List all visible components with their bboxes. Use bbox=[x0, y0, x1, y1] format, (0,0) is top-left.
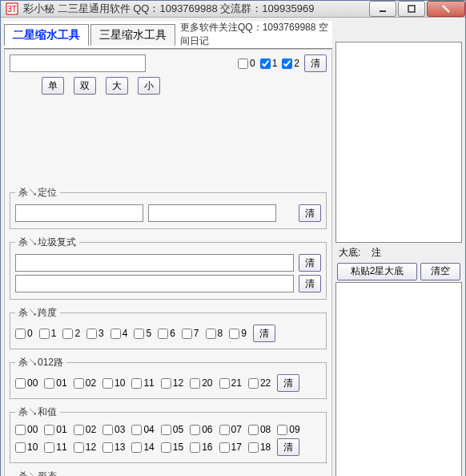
hezhi-cb-r2-2[interactable] bbox=[74, 442, 84, 453]
dingwei-input-1[interactable] bbox=[15, 204, 143, 222]
kuadu-cb-2[interactable] bbox=[62, 329, 73, 339]
window-title: 彩小秘 二三星通用软件 QQ：1093769988 交流群：109935969 bbox=[23, 2, 368, 16]
group-hezhi: 杀↘和值 00010203040506070809 10111213141516… bbox=[10, 405, 327, 463]
hezhi-cb-r2-5[interactable] bbox=[161, 442, 171, 453]
checkbox-1[interactable] bbox=[260, 58, 271, 69]
kuadu-cb-9-label: 9 bbox=[241, 328, 247, 339]
lu012-cb-0[interactable] bbox=[15, 378, 26, 389]
lu012-clear-button[interactable]: 清 bbox=[277, 374, 299, 392]
dingwei-input-2[interactable] bbox=[148, 204, 276, 222]
lu012-cb-5[interactable] bbox=[161, 378, 171, 389]
kuadu-cb-1[interactable] bbox=[39, 329, 50, 339]
hezhi-cb-r1-2-label: 02 bbox=[86, 424, 96, 435]
group-012lu: 杀↘012路 000102101112202122清 bbox=[10, 356, 327, 399]
hezhi-cb-r1-2[interactable] bbox=[74, 425, 84, 435]
close-button[interactable] bbox=[427, 1, 465, 17]
tab-3star[interactable]: 三星缩水工具 bbox=[90, 24, 175, 46]
clear-dadi-button[interactable]: 清空 bbox=[420, 263, 460, 280]
minimize-button[interactable] bbox=[369, 1, 396, 17]
hezhi-cb-r1-6[interactable] bbox=[190, 425, 200, 435]
kuadu-cb-6[interactable] bbox=[158, 329, 168, 339]
hezhi-cb-r1-5[interactable] bbox=[161, 425, 171, 435]
lu012-cb-8[interactable] bbox=[248, 378, 259, 389]
lu012-cb-2[interactable] bbox=[74, 378, 84, 389]
top-row1: 0 1 2 清 bbox=[10, 54, 327, 72]
hezhi-cb-r2-1[interactable] bbox=[44, 442, 54, 453]
tab-2star[interactable]: 二星缩水工具 bbox=[4, 24, 89, 46]
hezhi-cb-r1-1[interactable] bbox=[44, 425, 54, 435]
lu012-cb-6[interactable] bbox=[190, 378, 200, 389]
window-controls bbox=[368, 1, 465, 17]
lu012-cb-7[interactable] bbox=[219, 378, 230, 389]
hezhi-cb-r1-3[interactable] bbox=[102, 425, 113, 435]
lajifushi-clear2-button[interactable]: 清 bbox=[299, 275, 321, 292]
kuadu-cb-4-label: 4 bbox=[123, 328, 128, 339]
kuadu-cb-8[interactable] bbox=[206, 329, 216, 339]
group-dingwei: 杀↘定位 清 bbox=[10, 186, 327, 229]
main-panel: 0 1 2 清 单 双 大 小 杀↘定位 bbox=[4, 49, 332, 476]
kuadu-cb-0[interactable] bbox=[15, 329, 26, 339]
kuadu-cb-9[interactable] bbox=[229, 329, 239, 339]
lajifushi-clear1-button[interactable]: 清 bbox=[299, 254, 321, 272]
group-xingtai-legend: 杀↘形态 bbox=[15, 470, 60, 476]
kuadu-cb-4[interactable] bbox=[110, 329, 121, 339]
lu012-cb-4-label: 11 bbox=[143, 377, 154, 389]
dingwei-clear-button[interactable]: 清 bbox=[299, 204, 321, 222]
shuang-button[interactable]: 双 bbox=[74, 77, 96, 95]
hezhi-cb-r1-8[interactable] bbox=[248, 425, 259, 435]
group-lajifushi: 杀↘垃圾复式 清 清 bbox=[10, 236, 327, 300]
paste-2star-button[interactable]: 粘贴2星大底 bbox=[337, 263, 417, 280]
top-row2: 单 双 大 小 bbox=[10, 77, 327, 95]
hezhi-cb-r2-8[interactable] bbox=[248, 442, 259, 453]
dan-button[interactable]: 单 bbox=[42, 77, 64, 95]
hezhi-cb-r2-0-label: 10 bbox=[27, 442, 38, 453]
hezhi-cb-r1-0-label: 00 bbox=[27, 424, 38, 435]
hezhi-cb-r1-9-label: 09 bbox=[289, 424, 299, 435]
top-clear-button[interactable]: 清 bbox=[304, 54, 327, 72]
right-column: 大底: 注 粘贴2星大底 清空 本次缩水: 注 二星缩水 交集 复制大底 拼接后… bbox=[335, 21, 462, 476]
hezhi-cb-r2-3[interactable] bbox=[102, 442, 113, 453]
lu012-cb-3-label: 10 bbox=[114, 377, 125, 389]
svg-line-5 bbox=[443, 6, 449, 12]
hezhi-cb-r2-4[interactable] bbox=[131, 442, 142, 453]
hezhi-cb-r2-7[interactable] bbox=[219, 442, 230, 453]
lajifushi-input-2[interactable] bbox=[15, 275, 294, 292]
tab-bar: 二星缩水工具 三星缩水工具 更多软件关注QQ：1093769988 空间日记 bbox=[4, 21, 332, 49]
checkbox-0[interactable] bbox=[238, 58, 248, 69]
hezhi-clear-button[interactable]: 清 bbox=[277, 438, 299, 456]
kuadu-cb-0-label: 0 bbox=[27, 328, 33, 339]
kuadu-cb-3[interactable] bbox=[86, 329, 97, 339]
hezhi-cb-r2-0[interactable] bbox=[15, 442, 26, 453]
dadi-label: 大底: 注 bbox=[335, 244, 462, 261]
tab-extra-text: 更多软件关注QQ：1093769988 空间日记 bbox=[177, 21, 332, 48]
kuadu-clear-button[interactable]: 清 bbox=[253, 325, 275, 342]
da-button[interactable]: 大 bbox=[106, 77, 128, 95]
hezhi-cb-r1-3-label: 03 bbox=[114, 424, 125, 435]
lu012-cb-0-label: 00 bbox=[27, 377, 38, 389]
lu012-cb-3[interactable] bbox=[102, 378, 113, 389]
hezhi-cb-r1-5-label: 05 bbox=[173, 424, 183, 435]
result-textarea[interactable] bbox=[335, 282, 462, 477]
maximize-button[interactable] bbox=[398, 1, 425, 17]
kuadu-cb-1-label: 1 bbox=[51, 328, 57, 339]
checkbox-2-label: 2 bbox=[294, 58, 299, 69]
spacer bbox=[10, 99, 327, 180]
kuadu-cb-5[interactable] bbox=[134, 329, 144, 339]
hezhi-cb-r2-6-label: 16 bbox=[202, 442, 212, 453]
svg-rect-3 bbox=[408, 6, 415, 12]
hezhi-cb-r1-7[interactable] bbox=[219, 425, 230, 435]
hezhi-cb-r1-4[interactable] bbox=[131, 425, 142, 435]
dadi-textarea[interactable] bbox=[335, 42, 462, 243]
xiao-button[interactable]: 小 bbox=[138, 77, 160, 95]
checkbox-2[interactable] bbox=[282, 58, 292, 69]
lu012-cb-4[interactable] bbox=[131, 378, 142, 389]
hezhi-cb-r1-9[interactable] bbox=[277, 425, 287, 435]
lajifushi-input-1[interactable] bbox=[15, 254, 294, 272]
lu012-cb-5-label: 12 bbox=[173, 377, 183, 389]
kuadu-cb-7[interactable] bbox=[182, 329, 192, 339]
top-input[interactable] bbox=[10, 54, 146, 72]
hezhi-cb-r2-6[interactable] bbox=[190, 442, 200, 453]
hezhi-cb-r1-7-label: 07 bbox=[231, 424, 242, 435]
hezhi-cb-r1-0[interactable] bbox=[15, 425, 26, 435]
lu012-cb-1[interactable] bbox=[44, 378, 54, 389]
